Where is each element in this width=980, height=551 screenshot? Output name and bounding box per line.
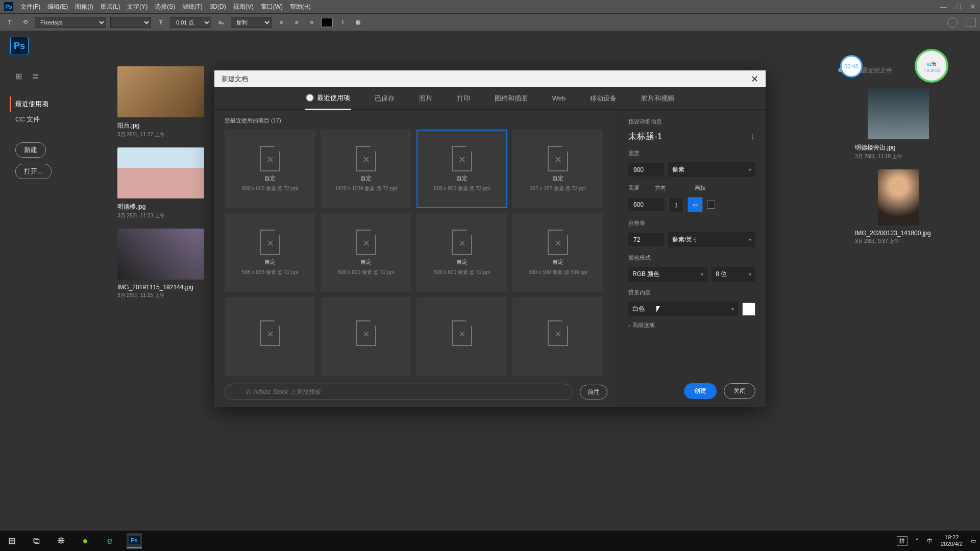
tab-recent[interactable]: 🕓最近使用项	[305, 87, 351, 110]
tab-film[interactable]: 胶片和视频	[640, 88, 675, 109]
close-icon[interactable]: ✕	[970, 3, 976, 11]
nav-cc-files[interactable]: CC 文件	[15, 112, 97, 127]
recent-items-count: 您最近使用的项目 (17)	[225, 117, 607, 124]
menu-image[interactable]: 图像(I)	[75, 3, 93, 11]
resolution-unit-select[interactable]: 像素/英寸▾	[668, 232, 755, 247]
ime-pane-icon[interactable]: 拼	[897, 536, 908, 546]
menu-filter[interactable]: 滤镜(T)	[182, 3, 202, 11]
maximize-icon[interactable]: □	[957, 3, 961, 11]
tab-saved[interactable]: 已保存	[374, 88, 396, 109]
tab-mobile[interactable]: 移动设备	[589, 88, 618, 109]
list-view-icon[interactable]: ≣	[32, 71, 39, 81]
preset-item[interactable]: 自定800 x 600 像素 @ 72 ppi	[416, 213, 507, 292]
bit-depth-select[interactable]: 8 位▾	[712, 267, 755, 282]
type-tool-icon[interactable]: T	[4, 17, 15, 28]
menu-window[interactable]: 窗口(W)	[261, 3, 283, 11]
create-button[interactable]: 创建	[684, 383, 717, 399]
font-family-select[interactable]: Fixedsys	[35, 17, 106, 28]
adobe-stock-search[interactable]	[225, 384, 573, 400]
notifications-icon[interactable]: ▭	[971, 538, 976, 544]
start-icon[interactable]: ⊞	[4, 533, 19, 548]
menu-select[interactable]: 选择(S)	[155, 3, 175, 11]
background-select[interactable]: 白色▾	[628, 302, 738, 316]
preset-item[interactable]	[225, 297, 315, 375]
align-center-icon[interactable]: ≡	[291, 17, 302, 28]
antialias-select[interactable]: 犀利	[231, 17, 272, 28]
photoshop-task-icon[interactable]: Ps	[127, 533, 142, 548]
preset-item[interactable]	[416, 297, 507, 375]
tab-art[interactable]: 图稿和插图	[494, 88, 529, 109]
tray-chevron-icon[interactable]: ˄	[916, 538, 919, 544]
color-mode-select[interactable]: RGB 颜色▾	[628, 267, 707, 282]
new-button[interactable]: 新建	[15, 142, 46, 158]
menu-help[interactable]: 帮助(H)	[290, 3, 311, 11]
preset-item[interactable]: 自定500 x 500 像素 @ 300 ppi	[512, 213, 603, 292]
align-left-icon[interactable]: ≡	[276, 17, 287, 28]
advanced-options-toggle[interactable]: ›高级选项	[628, 321, 755, 329]
dialog-close-icon[interactable]: ✕	[751, 73, 758, 85]
recent-file[interactable]: 明德楼旁边.jpg 3月 28日, 11:19 上午	[855, 88, 942, 160]
preset-item[interactable]: 自定1920 x 1039 像素 @ 72 ppi	[321, 130, 411, 208]
tab-web[interactable]: Web	[551, 88, 567, 108]
menu-layer[interactable]: 图层(L)	[101, 3, 120, 11]
menu-type[interactable]: 文字(Y)	[127, 3, 148, 11]
menu-edit[interactable]: 编辑(E)	[47, 3, 68, 11]
artboard-checkbox[interactable]	[707, 201, 715, 209]
height-input[interactable]	[628, 198, 664, 211]
recent-file[interactable]: 明德楼.jpg 3月 28日, 11:23 上午	[117, 147, 204, 219]
adobe-stock-go-button[interactable]: 前往	[580, 385, 607, 399]
document-icon	[548, 146, 568, 171]
save-preset-icon[interactable]: ⤓	[749, 133, 755, 141]
app-icon[interactable]: ●	[78, 533, 93, 548]
home-header: Ps	[0, 31, 980, 61]
preset-item[interactable]	[512, 297, 603, 375]
background-swatch[interactable]	[742, 303, 755, 316]
landscape-icon[interactable]: ▭	[688, 197, 703, 212]
menu-3d[interactable]: 3D(D)	[210, 3, 226, 10]
preset-name: 自定	[360, 258, 372, 266]
font-size-select[interactable]: 0.01 点	[170, 17, 211, 28]
recent-file[interactable]: 阳台.jpg 3月 28日, 11:27 上午	[117, 66, 204, 138]
preset-dimensions: 585 x 838 像素 @ 72 ppi	[242, 269, 298, 276]
width-input[interactable]	[628, 163, 664, 177]
preset-dimensions: 262 x 262 像素 @ 72 ppi	[530, 185, 586, 192]
align-right-icon[interactable]: ≡	[306, 17, 317, 28]
frame-icon[interactable]	[966, 18, 976, 27]
portrait-icon[interactable]: ▯	[668, 197, 683, 212]
warp-text-icon[interactable]: ⌇	[337, 17, 348, 28]
preset-item[interactable]: 自定600 x 800 像素 @ 72 ppi	[321, 213, 411, 292]
document-icon	[452, 320, 472, 346]
resolution-input[interactable]	[628, 233, 664, 246]
options-bar: T ⟲ Fixedsys Ŧ 0.01 点 aₐ 犀利 ≡ ≡ ≡ ⌇ ▦	[0, 13, 980, 31]
document-name[interactable]: 未标题-1	[628, 131, 662, 142]
taskview-icon[interactable]: ⧉	[29, 533, 44, 548]
search-icon[interactable]	[947, 17, 958, 28]
panels-icon[interactable]: ▦	[352, 17, 363, 28]
preset-item[interactable]: 自定262 x 262 像素 @ 72 ppi	[512, 130, 603, 208]
ime-mode-icon[interactable]: 中	[927, 537, 933, 545]
preset-item[interactable]	[321, 297, 411, 375]
tab-photo[interactable]: 照片	[418, 88, 433, 109]
nav-recent[interactable]: 最近使用项	[10, 96, 97, 112]
tab-print[interactable]: 打印	[456, 88, 471, 109]
preset-item[interactable]: 自定900 x 600 像素 @ 72 ppi	[225, 130, 315, 208]
preset-item[interactable]: 自定585 x 838 像素 @ 72 ppi	[225, 213, 315, 292]
text-color-swatch[interactable]	[322, 18, 333, 27]
taskbar-clock[interactable]: 19:222020/4/2	[941, 534, 963, 547]
menu-file[interactable]: 文件(F)	[20, 3, 40, 11]
minimize-icon[interactable]: —	[940, 3, 947, 11]
edge-icon[interactable]: e	[102, 533, 117, 548]
recent-file[interactable]: IMG_20191115_192144.jpg 3月 28日, 11:25 上午	[117, 229, 204, 299]
document-icon	[260, 320, 280, 346]
close-button[interactable]: 关闭	[724, 383, 755, 399]
orientation-icon[interactable]: ⟲	[19, 17, 31, 28]
new-document-dialog: 新建文档 ✕ 🕓最近使用项 已保存 照片 打印 图稿和插图 Web 移动设备 胶…	[214, 70, 766, 407]
menu-view[interactable]: 视图(V)	[233, 3, 254, 11]
app-icon[interactable]: ❋	[53, 533, 68, 548]
recent-file[interactable]: IMG_20200123_141800.jpg 3月 23日, 9:37 上午	[855, 169, 942, 245]
grid-view-icon[interactable]: ⊞	[15, 71, 22, 81]
preset-item[interactable]: 自定600 x 900 像素 @ 72 ppi	[416, 130, 507, 208]
width-unit-select[interactable]: 像素▾	[668, 162, 755, 177]
open-button[interactable]: 打开...	[15, 164, 52, 179]
font-style-select[interactable]	[110, 17, 151, 28]
